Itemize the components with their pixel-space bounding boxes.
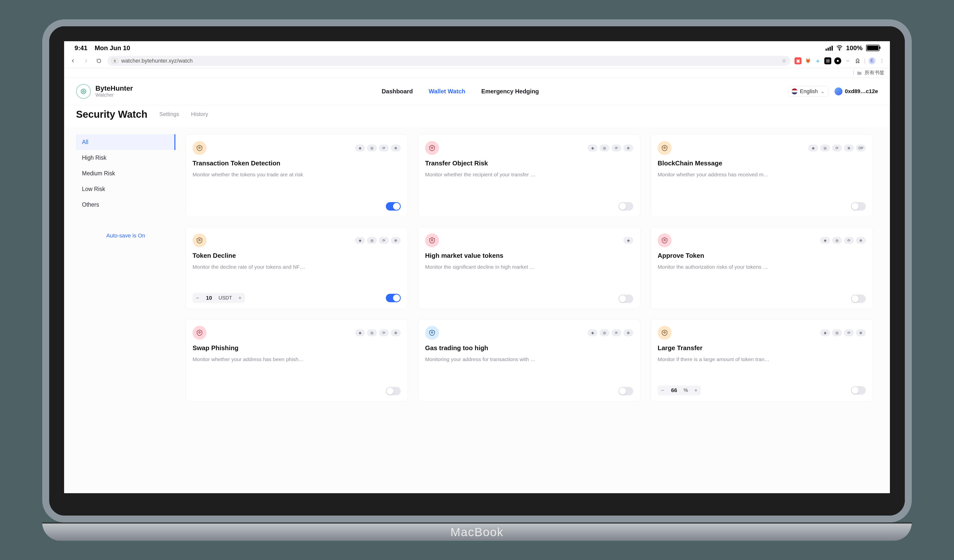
site-info-icon[interactable] bbox=[111, 58, 118, 63]
tab-settings[interactable]: Settings bbox=[159, 111, 179, 117]
chain-chip: ⟳ bbox=[611, 329, 621, 336]
address-bar[interactable]: watcher.bytehunter.xyz/watch ☆ bbox=[108, 56, 790, 66]
card-toggle[interactable] bbox=[618, 387, 633, 395]
stepper-plus-button[interactable]: + bbox=[691, 386, 701, 395]
card-description: Monitor whether the recipient of your tr… bbox=[425, 172, 633, 177]
stepper-value: 66 bbox=[667, 387, 680, 394]
watch-card: ◆◎⟳⊕Token DeclineMonitor the decline rat… bbox=[186, 227, 408, 309]
threshold-stepper[interactable]: −66%+ bbox=[658, 386, 701, 395]
svg-point-10 bbox=[431, 331, 433, 333]
forward-button[interactable] bbox=[81, 56, 90, 65]
stepper-plus-button[interactable]: + bbox=[235, 293, 245, 303]
card-description: Monitor whether your address has been ph… bbox=[193, 356, 401, 362]
card-toggle[interactable] bbox=[851, 386, 866, 395]
svg-point-11 bbox=[664, 331, 665, 333]
sidebar-item-high-risk[interactable]: High Risk bbox=[76, 150, 175, 166]
card-toggle[interactable] bbox=[618, 294, 633, 303]
bookmark-folder-label[interactable]: 所有书签 bbox=[865, 69, 884, 76]
card-title: BlockChain Message bbox=[658, 159, 866, 167]
ext-icon-2[interactable]: 🦊 bbox=[804, 58, 811, 64]
filter-sidebar: All High Risk Medium Risk Low Risk Other… bbox=[76, 134, 175, 482]
svg-point-3 bbox=[199, 147, 200, 148]
card-description: Monitor the decline rate of your tokens … bbox=[193, 264, 401, 270]
ext-icon-4[interactable]: ⊞ bbox=[824, 58, 831, 64]
alert-icon bbox=[425, 326, 439, 340]
card-toggle[interactable] bbox=[851, 294, 866, 303]
card-toggle[interactable] bbox=[851, 202, 866, 211]
sidebar-item-medium-risk[interactable]: Medium Risk bbox=[76, 166, 175, 181]
watch-card: ◆◎⟳⊕Transaction Token DetectionMonitor w… bbox=[186, 134, 408, 217]
stepper-minus-button[interactable]: − bbox=[658, 386, 667, 395]
sidebar-item-all[interactable]: All bbox=[76, 134, 175, 150]
chain-chip: OP bbox=[856, 145, 866, 151]
language-picker[interactable]: English ⌄ bbox=[788, 86, 829, 97]
chain-chip: ⊕ bbox=[624, 145, 633, 151]
nav-wallet-watch[interactable]: Wallet Watch bbox=[429, 88, 466, 95]
card-title: Transfer Object Risk bbox=[425, 159, 633, 167]
chain-chip: ⟳ bbox=[844, 237, 854, 244]
chain-chips: ◆◎⟳⊕ bbox=[820, 237, 866, 244]
extension-tray: ▣ 🦊 ◈ ⊞ ● ∞ | E bbox=[795, 58, 885, 64]
nav-dashboard[interactable]: Dashboard bbox=[382, 88, 413, 95]
threshold-stepper[interactable]: −10USDT+ bbox=[193, 293, 245, 303]
watch-card: ◆◎⟳⊕Gas trading too highMonitoring your … bbox=[418, 319, 641, 401]
card-toggle[interactable] bbox=[618, 202, 633, 211]
ext-icon-1[interactable]: ▣ bbox=[795, 58, 801, 64]
extensions-icon[interactable] bbox=[854, 58, 861, 64]
watch-card: ◆◎⟳⊕Approve TokenMonitor the authorizati… bbox=[650, 227, 873, 309]
watch-card: ◆◎⟳⊕OPBlockChain MessageMonitor whether … bbox=[650, 134, 873, 217]
wallet-chip[interactable]: 0xd89…c12e bbox=[834, 87, 878, 95]
chain-chip: ◆ bbox=[808, 145, 818, 151]
svg-point-4 bbox=[431, 147, 433, 148]
cards-scroll-area[interactable]: ◆◎⟳⊕Transaction Token DetectionMonitor w… bbox=[186, 134, 878, 482]
kebab-icon[interactable]: ⋮ bbox=[878, 58, 885, 64]
chain-chips: ◆◎⟳⊕ bbox=[588, 329, 633, 336]
ext-icon-3[interactable]: ◈ bbox=[814, 58, 822, 64]
ext-icon-5[interactable]: ● bbox=[834, 58, 841, 64]
card-toggle[interactable] bbox=[386, 202, 401, 211]
svg-point-5 bbox=[664, 147, 665, 148]
alert-icon bbox=[425, 233, 439, 247]
stepper-minus-button[interactable]: − bbox=[193, 293, 203, 303]
card-description: Monitor the significant decline in high … bbox=[425, 264, 633, 270]
folder-icon bbox=[857, 70, 862, 75]
chain-chip: ⟳ bbox=[832, 145, 842, 151]
chain-chips: ◆◎⟳⊕ bbox=[355, 145, 401, 151]
profile-icon[interactable]: E bbox=[868, 58, 876, 64]
status-time: 9:41 bbox=[75, 44, 87, 52]
card-toggle[interactable] bbox=[386, 387, 401, 395]
brand[interactable]: ByteHunter Watcher bbox=[76, 84, 133, 99]
chain-chip: ◆ bbox=[355, 329, 365, 336]
toolbar-separator: | bbox=[864, 58, 865, 64]
sidebar-item-others[interactable]: Others bbox=[76, 197, 175, 213]
chain-chip: ⟳ bbox=[379, 237, 389, 244]
card-toggle[interactable] bbox=[386, 294, 401, 302]
star-icon[interactable]: ☆ bbox=[782, 58, 787, 64]
back-button[interactable] bbox=[69, 56, 78, 65]
nav-emergency-hedging[interactable]: Emergency Hedging bbox=[481, 88, 539, 95]
chain-chip: ◎ bbox=[832, 237, 842, 244]
sidebar-item-low-risk[interactable]: Low Risk bbox=[76, 181, 175, 197]
subheader: Security Watch Settings History bbox=[64, 105, 890, 128]
tab-history[interactable]: History bbox=[191, 111, 208, 117]
alert-icon bbox=[425, 141, 439, 155]
chain-chip: ◆ bbox=[355, 145, 365, 151]
chain-chip: ⊕ bbox=[391, 329, 401, 336]
watch-card: ◆◎⟳⊕Swap PhishingMonitor whether your ad… bbox=[186, 319, 408, 401]
reload-button[interactable] bbox=[94, 56, 103, 65]
card-grid: ◆◎⟳⊕Transaction Token DetectionMonitor w… bbox=[186, 134, 873, 401]
stepper-unit: USDT bbox=[215, 295, 235, 301]
brand-logo-icon bbox=[76, 84, 91, 99]
primary-nav: Dashboard Wallet Watch Emergency Hedging bbox=[382, 88, 539, 95]
chain-chip: ⟳ bbox=[611, 145, 621, 151]
card-title: Token Decline bbox=[193, 252, 401, 260]
svg-point-2 bbox=[83, 90, 84, 92]
ext-icon-6[interactable]: ∞ bbox=[844, 58, 851, 64]
card-description: Monitor if there is a large amount of to… bbox=[658, 356, 866, 362]
alert-icon bbox=[193, 141, 206, 155]
chain-chip: ◎ bbox=[600, 329, 610, 336]
content-body: All High Risk Medium Risk Low Risk Other… bbox=[64, 128, 890, 493]
battery-icon bbox=[866, 45, 879, 51]
chain-chip: ◆ bbox=[820, 237, 830, 244]
chain-chip: ◆ bbox=[588, 329, 597, 336]
